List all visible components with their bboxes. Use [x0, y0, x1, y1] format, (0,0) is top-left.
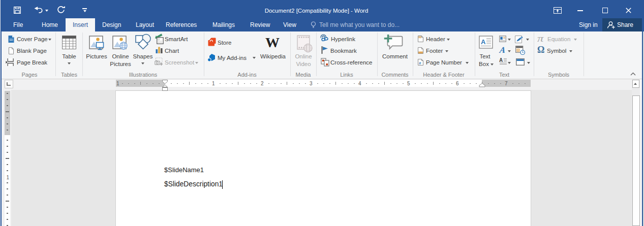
- svg-text:A: A: [499, 57, 503, 63]
- svg-text:#: #: [419, 61, 421, 66]
- svg-text:A: A: [481, 38, 486, 46]
